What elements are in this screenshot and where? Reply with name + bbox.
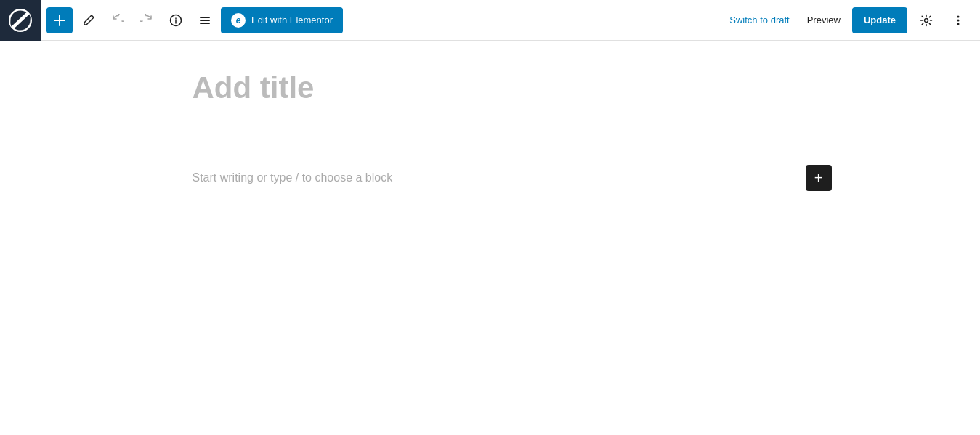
svg-rect-1 — [200, 17, 210, 18]
redo-button[interactable] — [134, 7, 160, 33]
edit-tool-button[interactable] — [76, 7, 102, 33]
elementor-icon-circle: e — [231, 13, 246, 28]
add-block-plus-label: + — [814, 170, 823, 187]
add-block-toolbar-button[interactable] — [46, 7, 73, 33]
post-title-input[interactable]: Add title — [193, 70, 788, 106]
switch-to-draft-button[interactable]: Switch to draft — [724, 12, 795, 28]
svg-rect-2 — [200, 20, 210, 21]
undo-icon — [111, 14, 124, 27]
wordpress-icon — [9, 9, 32, 32]
wp-logo[interactable] — [0, 0, 41, 41]
add-block-button[interactable]: + — [806, 165, 832, 191]
block-placeholder-area: Start writing or type / to choose a bloc… — [193, 171, 788, 184]
edit-with-elementor-label: Edit with Elementor — [251, 15, 333, 25]
plus-icon — [53, 14, 66, 27]
svg-point-6 — [957, 19, 960, 21]
gear-icon — [920, 14, 933, 27]
update-label: Update — [864, 15, 896, 25]
switch-to-draft-label: Switch to draft — [729, 15, 789, 25]
list-view-button[interactable] — [192, 7, 218, 33]
block-placeholder-text: Start writing or type / to choose a bloc… — [193, 171, 788, 184]
toolbar-right: Switch to draft Preview Update — [724, 7, 971, 33]
pencil-icon — [82, 14, 95, 27]
undo-button[interactable] — [105, 7, 131, 33]
toolbar-left: e Edit with Elementor — [46, 7, 724, 33]
svg-point-5 — [957, 15, 960, 17]
elementor-e-icon: e — [236, 16, 241, 25]
title-placeholder: Add title — [193, 70, 315, 105]
redo-icon — [140, 14, 153, 27]
cursor-area: | — [193, 121, 788, 128]
toolbar: e Edit with Elementor Switch to draft Pr… — [0, 0, 980, 41]
edit-with-elementor-button[interactable]: e Edit with Elementor — [221, 7, 343, 33]
svg-rect-3 — [200, 23, 210, 24]
preview-button[interactable]: Preview — [801, 12, 846, 28]
more-options-icon — [952, 14, 965, 27]
list-view-icon — [198, 14, 211, 27]
editor-area: Add title | Start writing or type / to c… — [193, 70, 788, 406]
settings-button[interactable] — [913, 7, 939, 33]
editor-main: Add title | Start writing or type / to c… — [0, 41, 980, 435]
svg-point-4 — [925, 18, 928, 22]
preview-label: Preview — [807, 15, 841, 25]
more-options-button[interactable] — [945, 7, 971, 33]
info-icon — [169, 14, 182, 27]
svg-point-7 — [957, 23, 960, 25]
update-button[interactable]: Update — [852, 7, 907, 33]
info-button[interactable] — [163, 7, 189, 33]
